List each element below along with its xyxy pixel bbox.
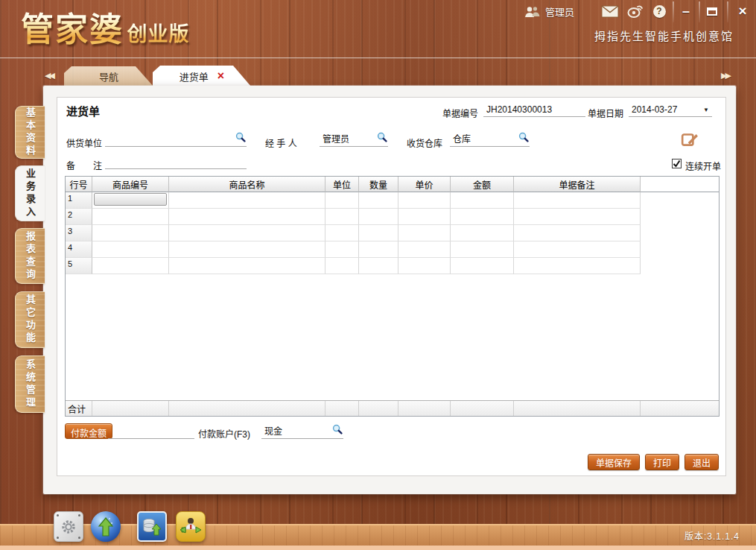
continuous-billing-checkbox[interactable] — [672, 159, 682, 168]
cell-remark[interactable] — [514, 258, 641, 274]
column-header-unit: 单位 — [325, 177, 359, 192]
column-header-product-code: 商品编号 — [92, 177, 169, 192]
supplier-search-icon[interactable] — [235, 132, 246, 145]
tab-scroll-left[interactable]: ◀◀ — [45, 71, 53, 80]
tab-close-icon[interactable]: × — [217, 71, 224, 81]
column-header-remark: 单据备注 — [514, 177, 641, 192]
data-backup-dock-button[interactable] — [137, 511, 167, 542]
version-label: 版本:3.1.1.4 — [684, 529, 740, 542]
weibo-button[interactable] — [626, 2, 645, 20]
cell-amount[interactable] — [451, 225, 514, 241]
cell-amount[interactable] — [451, 192, 514, 209]
cell-unit-price[interactable] — [398, 241, 451, 258]
print-button[interactable]: 打印 — [645, 454, 679, 470]
warehouse-field[interactable]: 仓库 — [450, 132, 530, 147]
warehouse-label: 收货仓库 — [407, 136, 442, 149]
sidebar-item-other-functions[interactable]: 其它功能 — [15, 291, 45, 348]
total-amount — [451, 401, 514, 416]
cell-unit-price[interactable] — [398, 258, 451, 274]
sidebar-item-label: 系统管理 — [23, 359, 37, 410]
cell-product-name[interactable] — [169, 258, 325, 274]
sidebar-item-report-query[interactable]: 报表查询 — [15, 228, 45, 284]
cell-product-code[interactable] — [92, 225, 169, 241]
database-up-arrow-icon — [142, 516, 162, 537]
payment-account-field[interactable]: 现金 — [261, 424, 343, 439]
maximize-button[interactable] — [702, 2, 722, 20]
cell-unit-price[interactable] — [398, 209, 451, 225]
save-button[interactable]: 单据保存 — [588, 454, 640, 470]
row-number[interactable]: 2 — [66, 209, 92, 225]
mail-button[interactable] — [600, 2, 620, 20]
app-logo: 管家婆 创业版 — [21, 3, 189, 51]
cell-product-code[interactable] — [92, 192, 169, 209]
help-button[interactable]: ? — [649, 2, 669, 20]
close-button[interactable]: × — [733, 2, 752, 20]
column-header-row-no: 行号 — [66, 177, 92, 192]
user-menu[interactable]: 管理员 — [524, 4, 574, 19]
supplier-field[interactable] — [105, 132, 247, 147]
sidebar-item-business-entry[interactable]: 业务录入 — [15, 165, 45, 221]
cell-unit[interactable] — [325, 192, 359, 209]
cell-product-name[interactable] — [169, 225, 325, 241]
row-number[interactable]: 5 — [66, 258, 92, 274]
cell-unit[interactable] — [325, 258, 359, 274]
line-items-grid: 行号 商品编号 商品名称 单位 数量 单价 金额 单据备注 1 — [65, 176, 720, 417]
date-field[interactable]: 2014-03-27 ▼ — [629, 102, 712, 117]
row-number[interactable]: 1 — [66, 192, 92, 209]
maximize-icon — [707, 7, 717, 16]
cell-amount[interactable] — [451, 209, 514, 225]
active-cell[interactable] — [94, 193, 167, 206]
minimize-button[interactable]: – — [676, 2, 696, 20]
doc-no-field[interactable]: JH20140300013 — [483, 102, 585, 117]
handler-field[interactable]: 管理员 — [320, 132, 388, 147]
cell-unit[interactable] — [325, 225, 359, 241]
payment-account-search-icon[interactable] — [332, 424, 343, 437]
cell-product-name[interactable] — [169, 241, 325, 258]
cell-unit[interactable] — [325, 209, 359, 225]
sidebar-item-system-management[interactable]: 系统管理 — [15, 355, 45, 413]
switch-user-dock-button[interactable] — [176, 511, 206, 542]
settings-dock-button[interactable] — [54, 511, 83, 542]
total-unit-price — [398, 401, 451, 416]
doc-no-value: JH20140300013 — [486, 104, 552, 115]
cell-quantity[interactable] — [359, 258, 398, 274]
cell-remark[interactable] — [514, 241, 641, 258]
cell-product-name[interactable] — [169, 192, 325, 209]
row-number[interactable]: 4 — [66, 241, 92, 258]
cell-quantity[interactable] — [359, 241, 398, 258]
cell-amount[interactable] — [451, 241, 514, 258]
tab-scroll-right[interactable]: ▶▶ — [721, 71, 729, 80]
grid-empty-area — [66, 274, 719, 400]
network-upgrade-dock-button[interactable] — [91, 511, 121, 542]
cell-quantity[interactable] — [359, 225, 398, 241]
column-header-quantity: 数量 — [359, 177, 398, 192]
remark-field[interactable] — [105, 154, 247, 169]
cell-remark[interactable] — [514, 209, 641, 225]
cell-product-code[interactable] — [92, 258, 169, 274]
cell-quantity[interactable] — [359, 209, 398, 225]
warehouse-search-icon[interactable] — [518, 132, 529, 145]
tab-purchase-order[interactable]: 进货单 × — [153, 66, 251, 86]
cell-unit-price[interactable] — [398, 192, 451, 209]
cell-unit-price[interactable] — [398, 225, 451, 241]
total-unit — [325, 401, 359, 416]
cell-product-name[interactable] — [169, 209, 325, 225]
tab-purchase-order-label: 进货单 — [180, 69, 209, 83]
handler-search-icon[interactable] — [377, 132, 387, 145]
cell-product-code[interactable] — [92, 241, 169, 258]
edit-button[interactable] — [681, 130, 699, 148]
cell-amount[interactable] — [451, 258, 514, 274]
exit-button[interactable]: 退出 — [684, 454, 719, 470]
cell-remark[interactable] — [514, 192, 641, 209]
total-filler — [641, 401, 719, 416]
payment-amount-field[interactable] — [108, 424, 194, 439]
cell-product-code[interactable] — [92, 209, 169, 225]
sidebar-item-basic-data[interactable]: 基本资料 — [15, 106, 45, 159]
tab-navigation[interactable]: 导航 — [64, 66, 153, 86]
row-number[interactable]: 3 — [66, 225, 92, 241]
cell-unit[interactable] — [325, 241, 359, 258]
date-dropdown-icon[interactable]: ▼ — [703, 107, 709, 113]
cell-remark[interactable] — [514, 225, 641, 241]
cell-quantity[interactable] — [359, 192, 398, 209]
action-buttons: 单据保存 打印 退出 — [588, 454, 719, 470]
